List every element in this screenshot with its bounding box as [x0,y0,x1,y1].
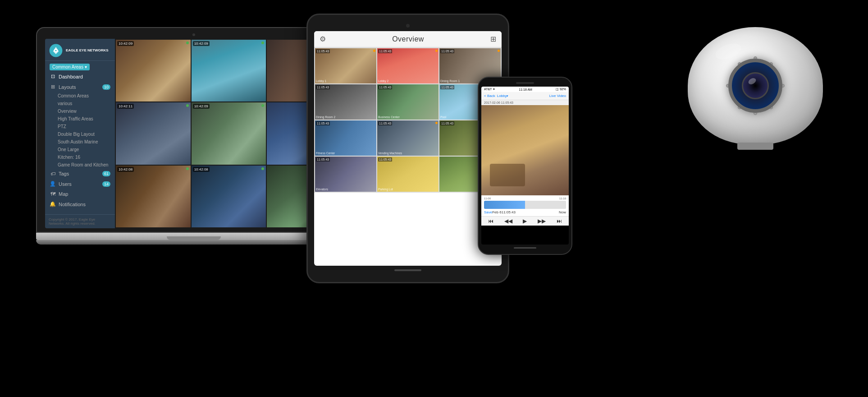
camera-lens-inner [742,72,769,99]
phone-clock: 11:18 AM [519,88,532,91]
tags-icon: 🏷 [50,171,56,176]
notifications-icon: 🔔 [50,201,56,207]
tablet-cam-4[interactable]: 11:05:43 Dining Room 2 [315,84,376,120]
users-icon: 👤 [50,181,56,187]
tablet-cam-name-11: Parking Lot [378,188,393,191]
sub-item-overview[interactable]: Overview [55,107,115,115]
tablet-cam-time-9: 11:05:43 [440,121,454,125]
tablet-cam-status-2 [435,50,438,52]
tablet-cam-status-1 [373,50,375,52]
phone-rewind-button[interactable]: ◀◀ [504,218,512,224]
cam-status-2 [261,42,264,44]
tablet-cam-time-6: 11:05:43 [440,85,454,89]
phone-playback-date: Feb 6 [492,210,501,214]
phone-location-label[interactable]: Lobby [497,94,507,98]
tags-badge: 61 [102,171,110,176]
sidebar-item-layouts[interactable]: ⊞ Layouts 10 [45,82,115,92]
eagle-eye-logo-icon [49,43,63,58]
tablet-cam-5[interactable]: 11:05:43 Business Center [377,84,439,120]
tablet-cam-10[interactable]: 11:05:43 Elevators [315,157,376,192]
camera-cell-7[interactable]: 10:42:08 [116,166,191,227]
camera-lens-shine [747,77,757,85]
sub-item-game-room[interactable]: Game Room and Kitchen [55,161,115,169]
phone-camera-view[interactable] [481,105,569,195]
phone-back-button[interactable]: < Back [484,94,495,98]
tablet-cam-name-5: Business Center [378,115,400,119]
camera-dome-shell [688,27,823,144]
phone-live-video-button[interactable]: Live Video [549,94,566,98]
tablet-cam-time-1: 11:05:43 [316,49,330,53]
tablet-cam-name-2: Lobby 2 [378,79,388,83]
camera-cell-2[interactable]: 10:42:09 [192,40,266,102]
grid-layout-icon[interactable]: ⊞ [490,35,496,43]
tablet-cam-2[interactable]: 11:05:43 Lobby 2 [377,48,439,83]
scene: Eagle Eye Networks Common Areas ▾ ⊡ Dash… [0,0,868,397]
tablet-cam-name-10: Elevators [316,188,328,191]
phone-save-button[interactable]: Save [484,210,492,214]
tablet-cam-name-3: Dining Room 1 [440,79,460,83]
cam-time-8: 10:42:08 [193,167,210,172]
camera-cell-5[interactable]: 10:42:09 [192,102,266,164]
phone-now-button[interactable]: Now [559,210,566,214]
tablet-cam-time-5: 11:05:43 [378,85,392,89]
cam-time-5: 10:42:09 [193,104,210,109]
sidebar-header: Common Areas ▾ [45,61,115,71]
phone-timeline[interactable] [484,201,566,209]
tablet-cam-1[interactable]: 11:05:43 Lobby 1 [315,48,376,83]
phone-timeline-labels: 11:00 11:10 [484,197,566,200]
laptop-camera [192,33,195,36]
sidebar-item-map[interactable]: 🗺 Map [45,189,115,199]
sidebar-item-label: Map [59,191,68,197]
phone-nav-bar: < Back Lobby ▾ Live Video [481,92,569,100]
layouts-icon: ⊞ [50,84,56,90]
sub-item-high-traffic[interactable]: High Traffic Areas [55,115,115,123]
sidebar-item-users[interactable]: 👤 Users 14 [45,179,115,189]
tablet-home-bar [394,269,421,271]
laptop-foot [36,240,352,245]
tablet-cam-name-1: Lobby 1 [316,79,326,83]
sub-item-double-big[interactable]: Double Big Layout [55,130,115,138]
phone-control-row: Save Feb 6 11:05:43 Now [484,210,566,214]
camera-cell-4[interactable]: 10:42:11 [116,102,191,164]
tablet-cam-8[interactable]: 11:05:43 Vending Machines [377,120,439,156]
sidebar-footer: Copyright © 2017, Eagle Eye Networks. Al… [45,214,115,228]
tablet-cam-7[interactable]: 11:05:43 Fitness Center [315,120,376,156]
phone-body: AT&T ✦ 11:18 AM ◫ 92% < Back Lobby ▾ Liv… [478,77,572,255]
sidebar-item-label: Tags [59,171,69,176]
phone-cam-furniture [490,164,525,186]
phone-skip-start-button[interactable]: ⏮ [488,218,493,224]
phone-skip-end-button[interactable]: ⏭ [557,218,562,224]
phone-forward-button[interactable]: ▶▶ [538,218,546,224]
sidebar-item-label: Layouts [59,84,76,90]
location-badge[interactable]: Common Areas ▾ [50,64,90,70]
cam-time-2: 10:42:09 [193,41,210,46]
tablet-cam-time-10: 11:05:43 [316,157,330,162]
sub-item-kitchen[interactable]: Kitchen: 16 [55,153,115,161]
tablet-cam-time-3: 11:05:43 [440,49,454,53]
security-camera-device [688,27,841,162]
phone-timeline-label-right: 11:10 [559,197,566,200]
phone-timeline-fill [484,201,525,209]
phone-play-button[interactable]: ▶ [523,218,527,224]
tablet-cam-name-6: Pool [440,115,446,119]
sub-item-ptz[interactable]: PTZ [55,123,115,130]
sidebar-item-tags[interactable]: 🏷 Tags 61 [45,169,115,179]
camera-cell-8[interactable]: 10:42:08 [192,166,266,227]
sub-item-south-austin[interactable]: South Austin Marine [55,138,115,146]
settings-icon[interactable]: ⚙ [320,35,326,43]
camera-dome-body [688,27,823,144]
layouts-badge: 10 [102,84,110,90]
sub-item-common-areas[interactable]: Common Areas [55,92,115,100]
sub-item-various[interactable]: various [55,100,115,107]
sidebar-sub-items: Common Areas various Overview High Traff… [45,92,115,169]
sidebar-item-dashboard[interactable]: ⊡ Dashboard [45,71,115,82]
cam-status-5 [261,104,264,107]
sub-item-one-large[interactable]: One Large [55,146,115,153]
tablet-cam-time-11: 11:05:43 [378,157,392,162]
sidebar-item-label: Users [59,181,72,187]
camera-cell-1[interactable]: 10:42:09 [116,40,191,102]
phone-controls: 11:00 11:10 Save Feb 6 11:05:43 Now [481,195,569,216]
sidebar-item-notifications[interactable]: 🔔 Notifications [45,199,115,209]
tablet-cam-11[interactable]: 11:05:43 Parking Lot [377,157,439,192]
phone-battery: ◫ 92% [556,88,566,91]
